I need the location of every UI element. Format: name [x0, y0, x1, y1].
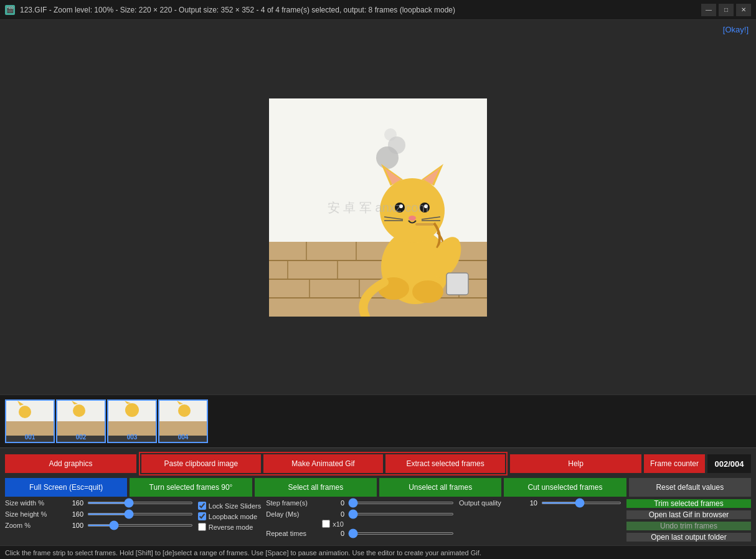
preview-area: [Okay!] [0, 20, 756, 394]
button-row-1: Add graphics Paste clipboard image Make … [5, 452, 751, 475]
loopback-label[interactable]: Loopback mode [209, 513, 257, 520]
size-height-row: Size height % 160 [5, 510, 193, 518]
frame-thumb-preview [57, 401, 105, 436]
frame-thumb-preview [108, 401, 156, 436]
reverse-checkbox[interactable] [198, 523, 206, 531]
make-animated-gif-button[interactable]: Make Animated Gif [263, 454, 383, 473]
close-button[interactable]: ✕ [736, 4, 751, 16]
full-screen-button[interactable]: Full Screen (Esc=quit) [5, 478, 127, 497]
lock-size-label[interactable]: Lock Size Sliders [209, 502, 261, 510]
frame-counter-label: Frame counter [644, 454, 705, 473]
frame-counter-group: Frame counter 002/004 [644, 454, 751, 473]
svg-point-19 [384, 128, 397, 141]
size-width-row: Size width % 160 [5, 499, 193, 507]
zoom-value: 100 [65, 522, 83, 529]
repeat-value: 0 [326, 530, 344, 537]
add-graphics-button[interactable]: Add graphics [5, 454, 136, 473]
preview-canvas: 安 卓 军 anxz.com [269, 98, 487, 317]
title-bar-left: 🎬 123.GIF - Zoom level: 100% - Size: 220… [5, 5, 455, 15]
right-action-buttons: Trim selected frames Open last Gif in br… [626, 499, 751, 542]
unselect-all-button[interactable]: Unselect all frames [379, 478, 501, 497]
output-quality-label: Output quality [459, 499, 515, 507]
frame-strip[interactable]: 001 002 003 [0, 394, 756, 447]
bordered-button-group: Paste clipboard image Make Animated Gif … [139, 452, 508, 475]
step-frames-row: Step frame(s) 0 [266, 499, 454, 507]
svg-point-42 [19, 406, 31, 418]
frame-thumb[interactable]: 003 [107, 399, 157, 443]
loopback-checkbox[interactable] [198, 512, 206, 520]
delay-label: Delay (Ms) [266, 510, 322, 518]
status-bar: Click the frame strip to select frames. … [0, 545, 756, 559]
zoom-row: Zoom % 100 [5, 522, 193, 529]
loopback-row: Loopback mode [198, 512, 261, 520]
size-width-value: 160 [65, 499, 83, 507]
svg-point-50 [125, 403, 139, 417]
frame-thumb[interactable]: 001 [5, 399, 55, 443]
x10-checkbox[interactable] [322, 520, 330, 528]
svg-point-39 [412, 280, 443, 303]
step-frames-value: 0 [326, 499, 344, 507]
zoom-label: Zoom % [5, 522, 61, 529]
help-button[interactable]: Help [510, 454, 641, 473]
frame-counter-value: 002/004 [707, 454, 751, 473]
title-bar: 🎬 123.GIF - Zoom level: 100% - Size: 220… [0, 0, 756, 20]
size-height-slider[interactable] [87, 513, 193, 515]
trim-selected-button[interactable]: Trim selected frames [626, 499, 751, 508]
svg-rect-0 [269, 98, 487, 242]
svg-point-29 [424, 204, 428, 208]
paste-clipboard-button[interactable]: Paste clipboard image [141, 454, 261, 473]
delay-value: 0 [326, 510, 344, 518]
select-all-button[interactable]: Select all frames [255, 478, 377, 497]
window-controls[interactable]: — □ ✕ [701, 4, 751, 16]
minimize-button[interactable]: — [701, 4, 716, 16]
delay-slider[interactable] [348, 513, 454, 515]
zoom-slider[interactable] [87, 524, 193, 527]
delay-row: Delay (Ms) 0 [266, 510, 454, 518]
svg-point-30 [409, 216, 416, 221]
extract-selected-button[interactable]: Extract selected frames [385, 454, 505, 473]
checkboxes: Lock Size Sliders Loopback mode Reverse … [198, 499, 261, 531]
frame-thumb[interactable]: 002 [56, 399, 106, 443]
output-quality-slider[interactable] [541, 502, 621, 504]
svg-point-54 [178, 404, 191, 417]
step-frames-label: Step frame(s) [266, 499, 322, 507]
svg-point-21 [380, 178, 445, 243]
main-area: [Okay!] [0, 20, 756, 559]
frame-number: 001 [25, 434, 35, 441]
cat-animation-frame [269, 98, 487, 317]
output-quality-row: Output quality 10 [459, 499, 621, 507]
frame-thumb-preview [159, 401, 207, 436]
step-frames-slider[interactable] [348, 502, 454, 504]
lock-size-checkbox[interactable] [198, 502, 206, 510]
middle-sliders: Step frame(s) 0 Delay (Ms) 0 x10 [266, 499, 454, 539]
size-height-label: Size height % [5, 510, 61, 518]
frame-thumb-preview [6, 401, 54, 436]
reset-default-button[interactable]: Reset default values [629, 478, 751, 497]
status-text: Click the frame strip to select frames. … [5, 549, 481, 557]
svg-rect-35 [415, 223, 434, 226]
open-last-gif-button[interactable]: Open last Gif in browser [626, 510, 751, 519]
left-sliders: Size width % 160 Size height % 160 Zoom … [5, 499, 193, 531]
svg-rect-37 [447, 273, 468, 295]
size-width-slider[interactable] [87, 502, 193, 504]
cut-unselected-button[interactable]: Cut unselected frames [504, 478, 626, 497]
turn-90-button[interactable]: Turn selected frames 90° [130, 478, 252, 497]
window-title: 123.GIF - Zoom level: 100% - Size: 220 ×… [20, 6, 455, 14]
frame-number: 004 [178, 434, 189, 441]
lock-size-row: Lock Size Sliders [198, 502, 261, 510]
undo-trim-button[interactable]: Undo trim frames [626, 522, 751, 530]
repeat-slider[interactable] [348, 532, 454, 535]
quality-section: Output quality 10 [459, 499, 621, 509]
repeat-label: Repeat times [266, 530, 322, 537]
repeat-row: Repeat times 0 [266, 530, 454, 537]
x10-label[interactable]: x10 [333, 520, 344, 528]
maximize-button[interactable]: □ [719, 4, 734, 16]
svg-point-46 [73, 404, 85, 417]
size-width-label: Size width % [5, 499, 61, 507]
reverse-row: Reverse mode [198, 523, 261, 531]
frame-thumb[interactable]: 004 [158, 399, 208, 443]
open-last-output-button[interactable]: Open last output folder [626, 533, 751, 542]
reverse-label[interactable]: Reverse mode [209, 523, 253, 531]
okay-link[interactable]: [Okay!] [723, 25, 749, 34]
frame-number: 002 [76, 434, 87, 441]
